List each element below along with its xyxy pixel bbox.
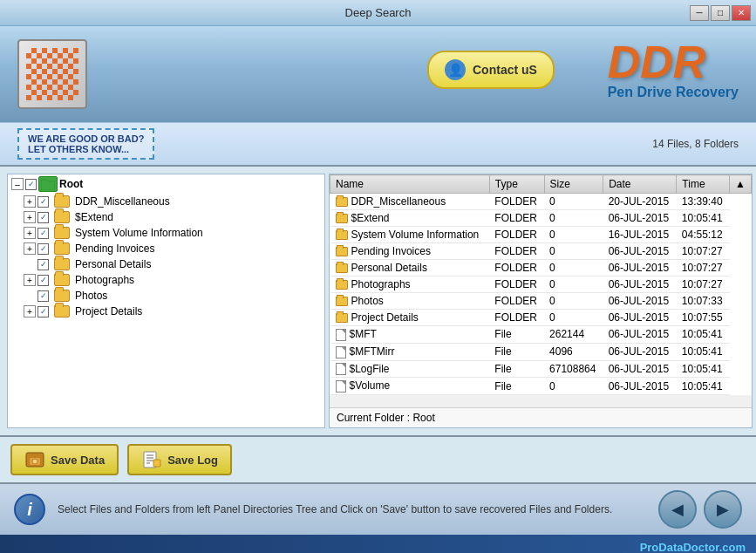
folder-icon <box>336 230 348 240</box>
tree-item[interactable]: + ✓ System Volume Information <box>8 225 324 241</box>
file-name: Photographs <box>330 276 490 293</box>
info-icon: i <box>14 494 45 525</box>
file-name: $LogFile <box>330 360 490 378</box>
root-checkbox[interactable]: ✓ <box>25 179 37 190</box>
forward-button[interactable]: ▶ <box>704 490 742 529</box>
tree-checkbox[interactable]: ✓ <box>37 306 49 317</box>
minimize-button[interactable]: ─ <box>690 5 709 21</box>
file-row[interactable]: Pending InvoicesFOLDER006-JUL-201510:07:… <box>330 243 752 260</box>
contact-button[interactable]: 👤 Contact uS <box>427 51 555 89</box>
folder-icon <box>54 211 70 223</box>
folder-icon <box>54 290 70 302</box>
file-name: Pending Invoices <box>330 243 490 260</box>
scroll-up-header[interactable]: ▲ <box>730 175 752 194</box>
tree-checkbox[interactable]: ✓ <box>37 196 49 208</box>
file-row[interactable]: $MFTFile26214406-JUL-201510:05:41 <box>330 326 752 344</box>
tree-expander[interactable]: + <box>24 305 36 317</box>
contact-label: Contact uS <box>473 63 537 77</box>
file-size: 262144 <box>544 326 603 344</box>
tree-checkbox[interactable]: ✓ <box>37 259 49 270</box>
tree-checkbox[interactable]: ✓ <box>37 212 49 223</box>
tree-checkbox[interactable]: ✓ <box>37 243 49 255</box>
file-table-scroll[interactable]: NameTypeSizeDateTime▲ DDR_MiscellaneousF… <box>330 174 752 395</box>
tree-label: $Extend <box>75 211 113 223</box>
tree-item[interactable]: + ✓ $Extend <box>8 209 324 225</box>
file-time: 10:07:55 <box>677 310 730 326</box>
tree-panel[interactable]: – ✓ Root + ✓ DDR_Miscellaneous + ✓ $Exte… <box>7 174 325 428</box>
save-data-button[interactable]: Save Data <box>10 444 119 475</box>
maximize-button[interactable]: □ <box>711 5 730 21</box>
tree-item[interactable]: + ✓ Pending Invoices <box>8 241 324 256</box>
folder-icon <box>54 242 70 255</box>
file-name: $Volume <box>330 378 490 395</box>
tree-label: Pending Invoices <box>75 242 154 255</box>
file-icon <box>336 346 346 358</box>
column-header-type[interactable]: Type <box>489 175 544 194</box>
tree-expander[interactable]: + <box>24 195 36 208</box>
file-row[interactable]: PhotosFOLDER006-JUL-201510:07:33 <box>330 293 752 310</box>
tree-item[interactable]: + ✓ Project Details <box>8 304 324 319</box>
file-date: 06-JUL-2015 <box>603 293 677 310</box>
folder-icon <box>54 305 70 317</box>
column-header-date[interactable]: Date <box>603 175 677 194</box>
close-button[interactable]: ✕ <box>732 5 751 21</box>
file-row[interactable]: PhotographsFOLDER006-JUL-201510:07:27 <box>330 276 752 293</box>
action-bar: Save Data Save Log <box>0 437 756 482</box>
tree-item[interactable]: + ✓ Photographs <box>8 272 324 288</box>
file-name: $Extend <box>330 210 490 227</box>
file-size: 0 <box>544 260 603 276</box>
file-time: 10:05:41 <box>677 360 730 378</box>
tree-items-container: + ✓ DDR_Miscellaneous + ✓ $Extend + ✓ Sy… <box>8 194 324 319</box>
file-row[interactable]: $MFTMirrFile409606-JUL-201510:05:41 <box>330 343 752 360</box>
file-row[interactable]: $VolumeFile006-JUL-201510:05:41 <box>330 378 752 395</box>
tree-root[interactable]: – ✓ Root <box>8 174 324 194</box>
file-name: System Volume Information <box>330 227 490 243</box>
current-folder: Current Folder : Root <box>330 407 752 427</box>
file-row[interactable]: Personal DetailsFOLDER006-JUL-201510:07:… <box>330 260 752 276</box>
file-row[interactable]: DDR_MiscellaneousFOLDER020-JUL-201513:39… <box>330 194 752 210</box>
root-label: Root <box>59 178 83 190</box>
logo-box <box>17 39 87 109</box>
title-bar: Deep Search ─ □ ✕ <box>0 0 756 26</box>
file-row[interactable]: $ExtendFOLDER006-JUL-201510:05:41 <box>330 210 752 227</box>
column-header-name[interactable]: Name <box>330 175 490 194</box>
tree-item[interactable]: ✓ Personal Details <box>8 256 324 272</box>
file-type: File <box>489 360 544 378</box>
horizontal-scrollbar[interactable] <box>330 395 752 407</box>
file-size: 4096 <box>544 343 603 360</box>
file-row[interactable]: System Volume InformationFOLDER016-JUL-2… <box>330 227 752 243</box>
column-header-time[interactable]: Time <box>677 175 730 194</box>
tree-checkbox[interactable]: ✓ <box>37 290 49 302</box>
tree-expander[interactable]: + <box>24 242 36 255</box>
window-title: Deep Search <box>345 6 412 19</box>
tree-expander[interactable]: + <box>24 274 36 286</box>
file-name: Photos <box>330 293 490 310</box>
nav-buttons: ◀ ▶ <box>658 490 742 529</box>
file-table-body: DDR_MiscellaneousFOLDER020-JUL-201513:39… <box>330 194 752 395</box>
tree-expander[interactable]: + <box>24 227 36 239</box>
folder-icon <box>54 227 70 239</box>
header: 👤 Contact uS DDR Pen Drive Recovery <box>0 26 756 122</box>
tree-item[interactable]: ✓ Photos <box>8 288 324 304</box>
tree-item[interactable]: + ✓ DDR_Miscellaneous <box>8 194 324 209</box>
file-time: 10:07:27 <box>677 276 730 293</box>
back-button[interactable]: ◀ <box>658 490 697 529</box>
current-folder-value: Root <box>412 412 434 424</box>
banner-line1: WE ARE GOOD OR BAD? <box>28 133 144 144</box>
file-row[interactable]: Project DetailsFOLDER006-JUL-201510:07:5… <box>330 310 752 326</box>
tree-label: Photos <box>75 290 107 302</box>
folder-icon <box>54 195 70 208</box>
root-expander[interactable]: – <box>11 178 24 190</box>
file-type: FOLDER <box>489 194 544 210</box>
tree-expander[interactable]: + <box>24 211 36 223</box>
tree-label: DDR_Miscellaneous <box>75 195 170 208</box>
file-time: 10:05:41 <box>677 343 730 360</box>
tree-checkbox[interactable]: ✓ <box>37 275 49 286</box>
tree-checkbox[interactable]: ✓ <box>37 228 49 239</box>
save-log-button[interactable]: Save Log <box>127 444 232 475</box>
column-header-size[interactable]: Size <box>544 175 603 194</box>
file-row[interactable]: $LogFileFile6710886406-JUL-201510:05:41 <box>330 360 752 378</box>
banner-rating[interactable]: WE ARE GOOD OR BAD? LET OTHERS KNOW... <box>17 128 154 160</box>
file-time: 10:07:33 <box>677 293 730 310</box>
main-content: – ✓ Root + ✓ DDR_Miscellaneous + ✓ $Exte… <box>0 167 756 437</box>
